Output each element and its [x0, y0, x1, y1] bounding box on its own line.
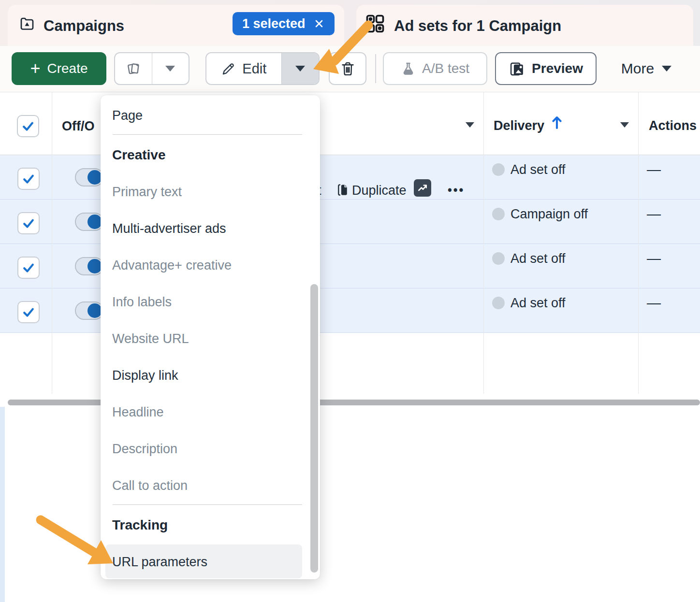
tab-campaigns[interactable]: Campaigns 1 selected — [8, 5, 344, 46]
actions-value: — — [647, 250, 661, 267]
selected-count-label: 1 selected — [242, 16, 306, 31]
preview-image-icon — [509, 60, 525, 77]
delivery-status-dot — [492, 163, 505, 176]
flask-icon — [401, 61, 416, 76]
menu-divider — [113, 504, 302, 505]
plus-icon: + — [30, 60, 40, 77]
sort-ascending-icon[interactable] — [551, 115, 563, 130]
delivery-status: Campaign off — [510, 205, 588, 223]
view-charts-button[interactable] — [414, 179, 431, 197]
ads-manager-screen: Campaigns 1 selected Ad sets for 1 Camp — [0, 0, 700, 602]
column-header-off-on[interactable]: Off/O — [62, 118, 95, 134]
menu-section-tracking: Tracking — [112, 516, 168, 535]
delete-button[interactable] — [329, 52, 366, 85]
duplicate-split-button — [114, 52, 190, 85]
column-header-delivery[interactable]: Delivery — [494, 117, 544, 134]
ab-test-button[interactable]: A/B test — [383, 52, 487, 85]
ab-test-label: A/B test — [422, 61, 469, 76]
create-button[interactable]: + Create — [12, 52, 106, 85]
create-label: Create — [47, 61, 88, 76]
menu-item-display-link[interactable]: Display link — [112, 366, 178, 385]
left-edge-strip — [0, 407, 5, 602]
toggle-knob — [88, 170, 102, 185]
delivery-menu-caret-icon[interactable] — [620, 122, 629, 128]
column-divider — [52, 92, 52, 394]
delivery-status: Ad set off — [510, 250, 566, 267]
menu-scrollbar[interactable] — [310, 284, 318, 573]
status-toggle[interactable] — [75, 301, 104, 320]
more-label: More — [621, 60, 654, 77]
check-icon — [21, 305, 36, 319]
column-menu-caret-icon[interactable] — [466, 122, 474, 128]
duplicate-row-button[interactable]: Duplicate — [352, 182, 407, 199]
edit-dropdown-button[interactable] — [281, 53, 319, 84]
toolbar: + Create Edi — [0, 46, 700, 92]
row-checkbox[interactable] — [17, 168, 40, 190]
row-checkbox[interactable] — [17, 212, 40, 234]
tab-adsets-label: Ad sets for 1 Campaign — [394, 17, 561, 35]
menu-item-headline[interactable]: Headline — [112, 402, 164, 422]
delivery-status: Ad set off — [510, 161, 566, 178]
duplicate-button[interactable] — [115, 53, 152, 84]
chevron-down-icon — [165, 66, 175, 72]
duplicate-icon — [335, 183, 350, 197]
toggle-knob — [88, 303, 102, 318]
delivery-status-dot — [492, 297, 505, 309]
trend-up-icon — [417, 183, 428, 193]
status-toggle[interactable] — [75, 213, 104, 231]
menu-item-call-to-action[interactable]: Call to action — [112, 476, 188, 495]
row-more-options-button[interactable]: ••• — [448, 181, 465, 199]
edit-split-button: Edit — [205, 52, 320, 85]
check-icon — [21, 172, 36, 186]
menu-item-description[interactable]: Description — [112, 439, 177, 459]
column-divider — [483, 92, 484, 394]
actions-value: — — [647, 294, 661, 312]
campaigns-folder-icon — [18, 15, 36, 33]
preview-label: Preview — [532, 61, 583, 76]
pencil-icon — [221, 61, 236, 76]
row-checkbox[interactable] — [17, 257, 40, 279]
menu-item-multi-advertiser-ads[interactable]: Multi-advertiser ads — [112, 219, 226, 238]
toolbar-divider — [375, 54, 376, 83]
status-toggle[interactable] — [75, 257, 104, 275]
delivery-status: Ad set off — [510, 294, 566, 312]
copy-icon — [125, 60, 142, 77]
chevron-down-icon — [662, 66, 671, 72]
chevron-down-icon — [295, 66, 305, 72]
duplicate-dropdown-button[interactable] — [152, 53, 189, 84]
edit-label: Edit — [242, 61, 266, 77]
column-header-actions: Actions — [649, 117, 697, 134]
selected-count-badge[interactable]: 1 selected — [233, 12, 335, 35]
tab-strip: Campaigns 1 selected Ad sets for 1 Camp — [0, 0, 700, 46]
menu-item-website-url[interactable]: Website URL — [112, 329, 189, 348]
menu-item-page[interactable]: Page — [112, 106, 143, 125]
menu-item-url-parameters[interactable]: URL parameters — [112, 552, 207, 572]
status-toggle[interactable] — [75, 168, 104, 186]
menu-item-info-labels[interactable]: Info labels — [112, 292, 172, 312]
menu-item-advantage-creative[interactable]: Advantage+ creative — [112, 256, 232, 275]
more-button[interactable]: More — [610, 52, 683, 85]
check-icon — [21, 216, 36, 230]
menu-divider — [113, 134, 302, 135]
delivery-status-dot — [492, 252, 505, 265]
toggle-knob — [88, 259, 102, 273]
menu-section-creative: Creative — [112, 145, 166, 165]
check-icon — [21, 119, 35, 133]
actions-value: — — [647, 205, 661, 223]
adsets-grid-icon — [365, 13, 386, 34]
delivery-status-dot — [492, 208, 505, 220]
tab-adsets[interactable]: Ad sets for 1 Campaign — [356, 5, 693, 46]
edit-dropdown-menu: Page Creative Primary text Multi-adverti… — [101, 95, 320, 579]
select-all-checkbox[interactable] — [17, 115, 39, 137]
trash-icon — [340, 61, 356, 77]
check-icon — [21, 260, 36, 275]
edit-button[interactable]: Edit — [206, 53, 281, 84]
tab-campaigns-label: Campaigns — [44, 17, 124, 35]
row-checkbox[interactable] — [17, 301, 40, 323]
menu-item-primary-text[interactable]: Primary text — [112, 182, 182, 201]
actions-value: — — [647, 161, 661, 178]
column-divider — [638, 92, 639, 394]
close-icon[interactable] — [313, 18, 325, 29]
toggle-knob — [88, 215, 102, 229]
preview-button[interactable]: Preview — [495, 52, 597, 85]
